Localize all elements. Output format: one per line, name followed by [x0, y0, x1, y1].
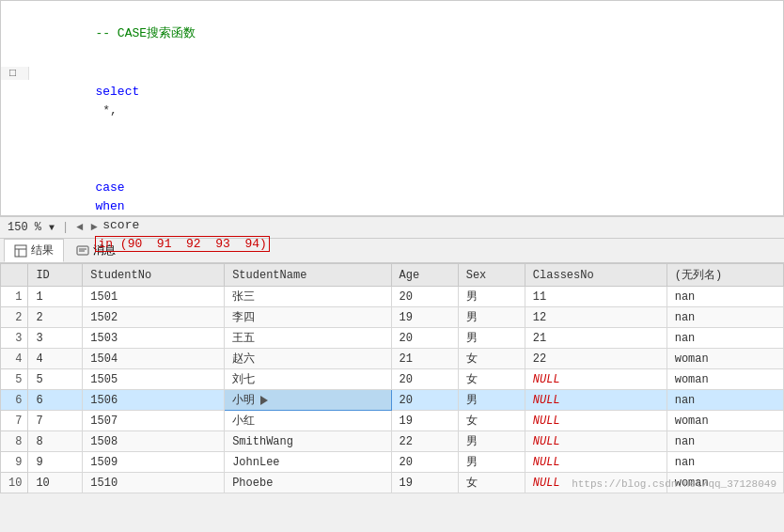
studentno-cell: 1503: [83, 328, 225, 349]
unnamed-cell: nan: [666, 287, 783, 307]
id-cell: 7: [28, 411, 83, 431]
row-num-cell: 4: [1, 349, 28, 369]
age-cell: 22: [391, 431, 458, 452]
studentno-cell: 1504: [83, 349, 225, 369]
studentname-cell: Phoebe: [225, 473, 391, 493]
indent-5: [95, 523, 110, 532]
id-cell: 8: [28, 431, 83, 452]
studentname-cell: 李四: [225, 307, 391, 328]
unnamed-cell: woman: [666, 411, 783, 431]
studentname-cell: 小明: [225, 390, 391, 411]
classesno-cell: NULL: [525, 431, 666, 452]
studentno-cell: 1502: [83, 307, 225, 328]
line-gutter-2: □: [1, 67, 29, 80]
table-row[interactable]: 441504赵六21女22woman: [1, 349, 784, 369]
indent-3: [95, 162, 110, 176]
classesno-cell: NULL: [525, 390, 666, 411]
code-line-2: □ select *,: [1, 63, 783, 140]
col-sex: Sex: [458, 264, 525, 287]
studentname-cell: JohnLee: [225, 452, 391, 473]
unnamed-cell: nan: [666, 307, 783, 328]
results-table-container[interactable]: ID StudentNo StudentName Age Sex Classes…: [0, 263, 784, 493]
unnamed-cell: woman: [666, 369, 783, 390]
id-cell: 1: [28, 287, 83, 307]
table-row[interactable]: 111501张三20男11nan: [1, 287, 784, 307]
row-num-cell: 3: [1, 328, 28, 349]
sex-cell: 男: [458, 287, 525, 307]
table-row[interactable]: 771507小红19女NULLwoman: [1, 411, 784, 431]
table-row[interactable]: 991509JohnLee20男NULLnan: [1, 452, 784, 473]
classesno-cell: 21: [525, 328, 666, 349]
id-cell: 5: [28, 369, 83, 390]
sex-cell: 男: [458, 431, 525, 452]
studentname-cell: SmithWang: [225, 431, 391, 452]
age-cell: 20: [391, 369, 458, 390]
col-classesno: ClassesNo: [525, 264, 666, 287]
row-num-cell: 7: [1, 411, 28, 431]
studentno-cell: 1501: [83, 287, 225, 307]
studentno-cell: 1505: [83, 369, 225, 390]
col-age: Age: [391, 264, 458, 287]
classesno-cell: 11: [525, 287, 666, 307]
studentname-cell: 王五: [225, 328, 391, 349]
line-content-5: when Score > 70 and Score < 80 then '中': [29, 502, 183, 532]
table-row[interactable]: 221502李四19男12nan: [1, 307, 784, 328]
cursor-arrow-icon: [260, 396, 268, 405]
row-num-cell: 2: [1, 307, 28, 328]
score-label: score: [95, 218, 147, 232]
sex-cell: 男: [458, 452, 525, 473]
table-row[interactable]: 881508SmithWang22男NULLnan: [1, 431, 784, 452]
unnamed-cell: nan: [666, 452, 783, 473]
studentname-cell: 张三: [225, 287, 391, 307]
unnamed-cell: nan: [666, 390, 783, 411]
table-body: 111501张三20男11nan221502李四19男12nan331503王五…: [1, 287, 784, 493]
sex-cell: 男: [458, 307, 525, 328]
sex-cell: 女: [458, 349, 525, 369]
id-cell: 2: [28, 307, 83, 328]
age-cell: 20: [391, 328, 458, 349]
age-cell: 20: [391, 452, 458, 473]
studentname-cell: 刘七: [225, 369, 391, 390]
studentno-cell: 1507: [83, 411, 225, 431]
results-table: ID StudentNo StudentName Age Sex Classes…: [0, 263, 784, 493]
code-editor[interactable]: -- CASE搜索函数 □ select *, case when score …: [0, 0, 784, 216]
sex-cell: 女: [458, 411, 525, 431]
table-row[interactable]: 661506小明20男NULLnan: [1, 390, 784, 411]
unnamed-cell: nan: [666, 328, 783, 349]
studentno-cell: 1506: [83, 390, 225, 411]
kw-case: case: [95, 180, 132, 195]
col-rownum: [1, 264, 28, 287]
col-studentno: StudentNo: [83, 264, 225, 287]
studentno-cell: 1509: [83, 452, 225, 473]
classesno-cell: NULL: [525, 411, 666, 431]
unnamed-cell: woman: [666, 349, 783, 369]
row-num-cell: 6: [1, 390, 28, 411]
row-num-cell: 9: [1, 452, 28, 473]
table-row[interactable]: 331503王五20男21nan: [1, 328, 784, 349]
age-cell: 20: [391, 287, 458, 307]
watermark: https://blog.csdn.net/qq_37128049: [572, 478, 776, 490]
classesno-cell: NULL: [525, 369, 666, 390]
age-cell: 20: [391, 390, 458, 411]
table-row[interactable]: 551505刘七20女NULLwoman: [1, 369, 784, 390]
sex-cell: 男: [458, 390, 525, 411]
select-star: *,: [95, 103, 117, 117]
col-studentname: StudentName: [225, 264, 391, 287]
sex-cell: 女: [458, 369, 525, 390]
row-num-cell: 1: [1, 287, 28, 307]
studentname-cell: 赵六: [225, 349, 391, 369]
code-line-1: -- CASE搜索函数: [1, 5, 783, 63]
in-expression: in (90 91 92 93 94): [95, 236, 269, 252]
id-cell: 3: [28, 328, 83, 349]
classesno-cell: NULL: [525, 452, 666, 473]
classesno-cell: 22: [525, 349, 666, 369]
row-num-cell: 10: [1, 473, 28, 493]
line-content-2: select *,: [29, 64, 139, 139]
id-cell: 10: [28, 473, 83, 493]
sex-cell: 男: [458, 328, 525, 349]
age-cell: 19: [391, 473, 458, 493]
keyword-select: select: [95, 85, 139, 99]
unnamed-cell: nan: [666, 431, 783, 452]
classesno-cell: 12: [525, 307, 666, 328]
col-id: ID: [28, 264, 83, 287]
